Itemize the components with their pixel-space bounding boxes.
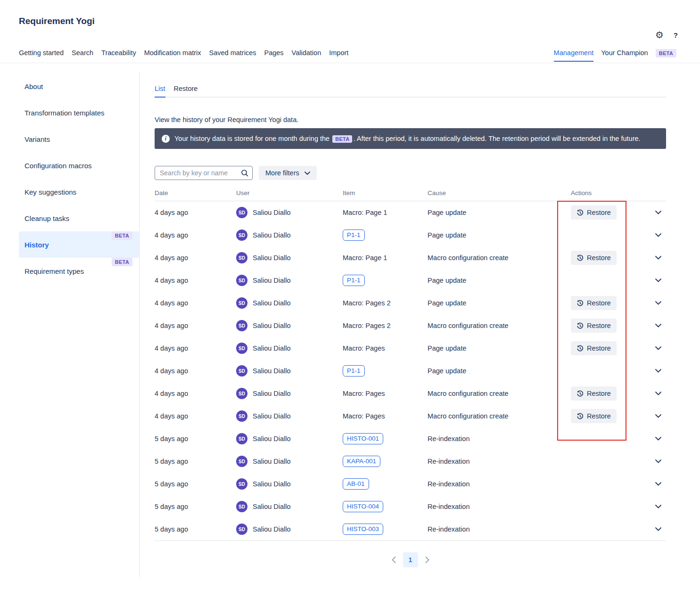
- restore-label: Restore: [587, 344, 611, 352]
- table-body: 4 days ago SD Saliou Diallo Macro: Page …: [155, 201, 666, 541]
- restore-button[interactable]: Restore: [571, 409, 617, 423]
- row-cause: Re-indexation: [428, 503, 571, 510]
- row-item: P1-1: [343, 229, 428, 241]
- restore-button[interactable]: Restore: [571, 341, 617, 355]
- row-item: Macro: Pages 2: [343, 322, 428, 329]
- item-value[interactable]: P1-1: [343, 275, 365, 286]
- chevron-down-icon[interactable]: [655, 437, 661, 441]
- sidebar-item-about[interactable]: About: [19, 73, 139, 99]
- row-date: 5 days ago: [155, 525, 236, 533]
- item-value: Macro: Pages: [343, 344, 385, 352]
- chevron-down-icon[interactable]: [655, 233, 661, 237]
- nav-item-getting-started[interactable]: Getting started: [19, 49, 64, 63]
- item-value: Macro: Page 1: [343, 209, 387, 216]
- restore-label: Restore: [587, 412, 611, 420]
- tab-list[interactable]: List: [155, 85, 165, 98]
- chevron-down-icon[interactable]: [655, 279, 661, 282]
- nav-item-traceability[interactable]: Traceability: [101, 49, 136, 63]
- row-cause: Page update: [428, 367, 571, 375]
- sidebar-item-variants[interactable]: Variants: [19, 126, 139, 152]
- chevron-down-icon[interactable]: [655, 346, 661, 350]
- chevron-down-icon[interactable]: [655, 505, 661, 508]
- nav-item-your-champion[interactable]: Your Champion: [601, 49, 648, 61]
- table-row: 5 days ago SD Saliou Diallo AB-01 Re-ind…: [155, 473, 666, 495]
- help-icon[interactable]: ?: [674, 31, 678, 39]
- nav-right: Management Your Champion BETA: [554, 49, 676, 63]
- row-user: SD Saliou Diallo: [236, 478, 343, 490]
- item-value[interactable]: P1-1: [343, 229, 365, 241]
- row-cause: Re-indexation: [428, 480, 571, 488]
- item-value: Macro: Pages 2: [343, 299, 391, 307]
- restore-button[interactable]: Restore: [571, 319, 617, 333]
- page-number[interactable]: 1: [403, 552, 418, 567]
- sidebar-item-requirement-types[interactable]: Requirement types BETA: [19, 258, 139, 284]
- previous-page-icon[interactable]: [392, 557, 396, 563]
- restore-button[interactable]: Restore: [571, 205, 617, 220]
- gear-icon[interactable]: ⚙: [655, 30, 664, 40]
- banner-text: Your history data is stored for one mont…: [174, 135, 641, 142]
- chevron-down-icon[interactable]: [655, 211, 661, 214]
- nav-item-pages[interactable]: Pages: [264, 49, 283, 63]
- avatar: SD: [236, 410, 247, 422]
- item-value: Macro: Pages: [343, 412, 385, 420]
- nav-item-import[interactable]: Import: [329, 49, 348, 63]
- search-input[interactable]: [155, 166, 253, 180]
- row-cause: Re-indexation: [428, 435, 571, 442]
- row-date: 4 days ago: [155, 209, 236, 216]
- nav-item-management[interactable]: Management: [554, 49, 594, 62]
- nav-item-search[interactable]: Search: [72, 49, 93, 63]
- row-item: Macro: Pages: [343, 412, 428, 420]
- next-page-icon[interactable]: [425, 557, 429, 563]
- chevron-down-icon[interactable]: [655, 369, 661, 373]
- restore-button[interactable]: Restore: [571, 386, 617, 401]
- restore-button[interactable]: Restore: [571, 296, 617, 310]
- sidebar-item-history[interactable]: History BETA: [19, 231, 139, 258]
- chevron-down-icon[interactable]: [655, 324, 661, 328]
- nav-item-saved-matrices[interactable]: Saved matrices: [209, 49, 256, 63]
- more-filters-button[interactable]: More filters: [259, 166, 317, 180]
- row-cause: Page update: [428, 277, 571, 284]
- item-value[interactable]: HISTO-004: [343, 501, 383, 512]
- chevron-down-icon[interactable]: [655, 256, 661, 260]
- item-value[interactable]: KAPA-001: [343, 456, 380, 467]
- search-icon[interactable]: [241, 169, 248, 179]
- row-item: HISTO-001: [343, 433, 428, 444]
- sidebar-item-cleanup-tasks[interactable]: Cleanup tasks: [19, 205, 139, 231]
- row-user: SD Saliou Diallo: [236, 320, 343, 331]
- row-chevron-cell: [655, 437, 666, 441]
- restore-label: Restore: [587, 209, 611, 216]
- col-actions: Actions: [571, 189, 627, 197]
- item-value[interactable]: AB-01: [343, 478, 369, 490]
- nav-item-validation[interactable]: Validation: [292, 49, 321, 63]
- sidebar-item-configuration-macros[interactable]: Configuration macros: [19, 152, 139, 179]
- row-cause: Re-indexation: [428, 525, 571, 533]
- banner-text-before: Your history data is stored for one mont…: [174, 135, 329, 142]
- chevron-down-icon[interactable]: [655, 482, 661, 486]
- chevron-down-icon[interactable]: [655, 527, 661, 531]
- item-value[interactable]: HISTO-003: [343, 524, 383, 535]
- row-date: 5 days ago: [155, 480, 236, 488]
- row-date: 5 days ago: [155, 503, 236, 510]
- row-chevron-cell: [655, 324, 666, 328]
- row-user: SD Saliou Diallo: [236, 275, 343, 286]
- chevron-down-icon[interactable]: [655, 392, 661, 395]
- row-chevron-cell: [655, 211, 666, 214]
- sidebar-item-key-suggestions[interactable]: Key suggestions: [19, 179, 139, 205]
- chevron-down-icon[interactable]: [655, 414, 661, 418]
- chevron-down-icon[interactable]: [655, 301, 661, 305]
- filter-bar: More filters: [155, 166, 666, 180]
- sidebar-item-transformation-templates[interactable]: Transformation templates: [19, 99, 139, 126]
- row-date: 4 days ago: [155, 254, 236, 262]
- table-row: 4 days ago SD Saliou Diallo Macro: Pages…: [155, 292, 666, 314]
- restore-icon: [576, 413, 584, 420]
- user-name: Saliou Diallo: [253, 412, 291, 420]
- item-value[interactable]: P1-1: [343, 365, 365, 377]
- row-date: 5 days ago: [155, 435, 236, 442]
- user-name: Saliou Diallo: [253, 503, 291, 510]
- item-value[interactable]: HISTO-001: [343, 433, 383, 444]
- col-date: Date: [155, 189, 236, 197]
- chevron-down-icon[interactable]: [655, 459, 661, 463]
- restore-button[interactable]: Restore: [571, 251, 617, 265]
- tab-restore[interactable]: Restore: [174, 85, 198, 97]
- nav-item-modification-matrix[interactable]: Modification matrix: [144, 49, 201, 63]
